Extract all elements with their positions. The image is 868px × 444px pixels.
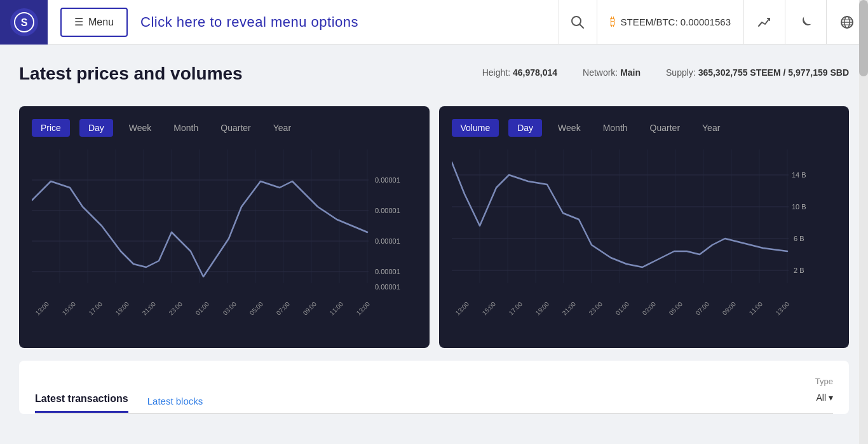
svg-text:0.0000154 B: 0.0000154 B <box>375 283 400 291</box>
volume-title-button[interactable]: Volume <box>452 119 499 137</box>
height-stat: Height: 46,978,014 <box>482 67 557 78</box>
logo-icon: S <box>10 8 38 36</box>
price-x-label: 13:00 <box>34 300 50 316</box>
dark-mode-button[interactable] <box>785 0 827 45</box>
btc-price-value: STEEM/BTC: 0.00001563 <box>621 17 731 27</box>
volume-x-label: 13:00 <box>454 300 470 316</box>
svg-text:S: S <box>20 17 27 28</box>
price-chart-card: Price Day Week Month Quarter Year <box>19 106 430 348</box>
btc-price-display: ₿ STEEM/BTC: 0.00001563 <box>597 0 744 45</box>
volume-chart-area: 14 B 10 B 6 B 2 B 13:00 15:00 17:00 19:0… <box>452 149 837 313</box>
price-x-label: 01:00 <box>194 300 210 316</box>
price-chart-header: Price Day Week Month Quarter Year <box>32 119 417 137</box>
type-value: All <box>816 392 826 403</box>
price-x-label: 23:00 <box>168 300 184 316</box>
volume-x-label: 17:00 <box>507 300 523 316</box>
price-x-label: 17:00 <box>88 300 104 316</box>
volume-x-label: 05:00 <box>668 300 684 316</box>
bitcoin-icon: ₿ <box>610 15 616 29</box>
price-quarter-button[interactable]: Quarter <box>214 119 257 137</box>
price-x-label: 05:00 <box>248 300 264 316</box>
svg-text:0.0000155 B: 0.0000155 B <box>375 268 400 275</box>
price-year-button[interactable]: Year <box>267 119 297 137</box>
menu-button[interactable]: ☰ Menu <box>60 8 128 37</box>
main-content: Latest prices and volumes Height: 46,978… <box>0 45 868 427</box>
transactions-tab[interactable]: Latest transactions <box>35 393 128 413</box>
price-chart-svg: 0.0000158 B 0.0000157 B 0.0000156 B 0.00… <box>32 149 400 302</box>
network-stat: Network: Main <box>583 67 641 78</box>
svg-text:14 B: 14 B <box>792 171 806 179</box>
price-x-labels: 13:00 15:00 17:00 19:00 21:00 23:00 01:0… <box>32 306 369 313</box>
volume-x-label: 23:00 <box>588 300 604 316</box>
volume-month-button[interactable]: Month <box>597 119 634 137</box>
price-week-button[interactable]: Week <box>123 119 158 137</box>
volume-x-label: 09:00 <box>721 300 737 316</box>
price-chart-area: 0.0000158 B 0.0000157 B 0.0000156 B 0.00… <box>32 149 417 313</box>
search-button[interactable] <box>559 0 597 45</box>
volume-x-label: 11:00 <box>748 300 764 316</box>
transactions-header: Latest transactions Latest blocks Type A… <box>35 377 833 414</box>
price-x-label: 13:00 <box>355 300 371 316</box>
price-x-label: 21:00 <box>141 300 157 316</box>
blocks-tab[interactable]: Latest blocks <box>147 396 203 413</box>
svg-text:10 B: 10 B <box>792 203 806 211</box>
price-day-button[interactable]: Day <box>79 119 113 137</box>
price-x-label: 15:00 <box>61 300 77 316</box>
price-title-button[interactable]: Price <box>32 119 70 137</box>
supply-stat: Supply: 365,302,755 STEEM / 5,977,159 SB… <box>666 67 849 78</box>
volume-week-button[interactable]: Week <box>552 119 587 137</box>
volume-quarter-button[interactable]: Quarter <box>644 119 686 137</box>
svg-line-3 <box>580 24 584 28</box>
volume-year-button[interactable]: Year <box>696 119 726 137</box>
header: S ☰ Menu Click here to reveal menu optio… <box>0 0 868 45</box>
scrollbar-track <box>859 0 868 444</box>
volume-x-label: 19:00 <box>534 300 550 316</box>
volume-x-label: 21:00 <box>560 300 576 316</box>
svg-text:6 B: 6 B <box>794 235 804 242</box>
svg-text:0.0000157 B: 0.0000157 B <box>375 207 400 214</box>
hamburger-icon: ☰ <box>74 16 83 28</box>
svg-text:0.0000158 B: 0.0000158 B <box>375 176 400 184</box>
transactions-section: Latest transactions Latest blocks Type A… <box>19 361 849 414</box>
header-right: ₿ STEEM/BTC: 0.00001563 <box>559 0 868 45</box>
volume-day-button[interactable]: Day <box>508 119 542 137</box>
price-x-label: 09:00 <box>301 300 317 316</box>
type-dropdown[interactable]: All ▾ <box>816 392 833 408</box>
logo-area: S <box>0 0 48 45</box>
volume-chart-svg: 14 B 10 B 6 B 2 B <box>452 149 820 302</box>
volume-x-label: 07:00 <box>695 300 710 316</box>
svg-text:0.0000156 B: 0.0000156 B <box>375 237 400 245</box>
menu-label: Menu <box>88 17 114 28</box>
price-x-label: 03:00 <box>221 300 237 316</box>
price-x-label: 19:00 <box>114 300 130 316</box>
svg-text:2 B: 2 B <box>794 267 804 274</box>
volume-x-label: 03:00 <box>641 300 657 316</box>
volume-x-label: 15:00 <box>480 300 496 316</box>
price-x-label: 11:00 <box>329 300 344 316</box>
volume-chart-header: Volume Day Week Month Quarter Year <box>452 119 837 137</box>
type-label: Type <box>815 377 833 392</box>
volume-chart-card: Volume Day Week Month Quarter Year <box>439 106 850 348</box>
charts-row: Price Day Week Month Quarter Year <box>19 106 849 348</box>
menu-tooltip: Click here to reveal menu options <box>140 14 358 31</box>
scrollbar-thumb[interactable] <box>859 0 868 76</box>
volume-x-labels: 13:00 15:00 17:00 19:00 21:00 23:00 01:0… <box>452 306 789 313</box>
page-title: Latest prices and volumes <box>19 64 243 84</box>
dropdown-chevron-icon: ▾ <box>829 392 833 403</box>
volume-x-label: 13:00 <box>775 300 790 316</box>
price-x-label: 07:00 <box>275 300 290 316</box>
chart-icon-button[interactable] <box>744 0 785 45</box>
stats-row: Height: 46,978,014 Network: Main Supply:… <box>482 67 849 78</box>
price-month-button[interactable]: Month <box>167 119 205 137</box>
volume-x-label: 01:00 <box>614 300 630 316</box>
